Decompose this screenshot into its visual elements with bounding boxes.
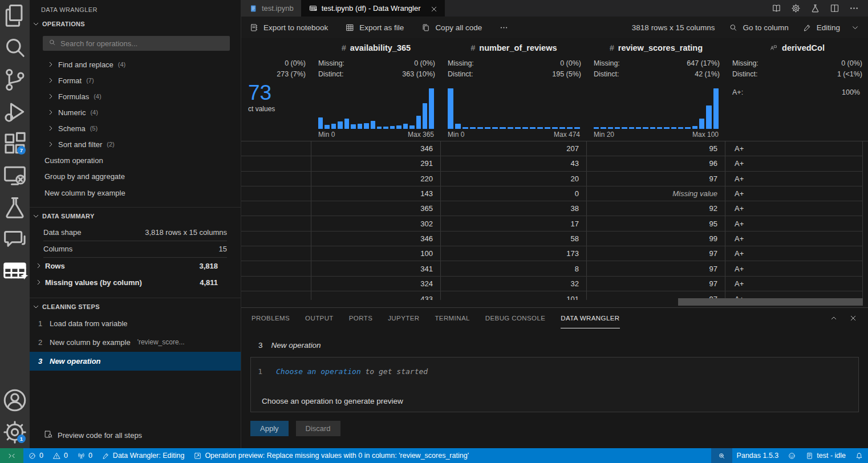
- operations-search[interactable]: [43, 36, 230, 51]
- status-error-circle[interactable]: 0: [23, 448, 48, 463]
- grid-cell[interactable]: 20: [441, 172, 587, 186]
- data-summary-section-header[interactable]: DATA SUMMARY: [30, 208, 241, 224]
- grid-cell[interactable]: 58: [441, 232, 587, 246]
- activity-data-wrangler[interactable]: [0, 255, 30, 287]
- grid-cell[interactable]: 97: [587, 246, 725, 261]
- grid-cell[interactable]: [241, 261, 311, 275]
- operation-group[interactable]: Numeric(4): [30, 104, 241, 120]
- grid-cell[interactable]: [241, 201, 311, 216]
- preview-code-all-steps[interactable]: Preview code for all steps: [30, 429, 241, 448]
- activity-extensions[interactable]: 7: [0, 128, 30, 160]
- grid-cell[interactable]: [241, 172, 311, 186]
- grid-cell[interactable]: 92: [587, 201, 725, 216]
- beaker-icon[interactable]: [810, 3, 821, 14]
- status-op-preview[interactable]: Operation preview: Replace missing value…: [189, 448, 473, 463]
- go-to-column-button[interactable]: Go to column: [728, 23, 788, 33]
- operation-group[interactable]: Schema(5): [30, 120, 241, 136]
- grid-cell[interactable]: A+: [725, 261, 863, 275]
- grid-cell[interactable]: [241, 216, 311, 230]
- panel-tab-output[interactable]: OUTPUT: [305, 308, 334, 328]
- grid-cell[interactable]: A+: [725, 216, 863, 230]
- status-pencil[interactable]: Data Wrangler: Editing: [97, 448, 189, 463]
- apply-button[interactable]: Apply: [250, 421, 289, 436]
- grid-cell[interactable]: A+: [725, 246, 863, 261]
- grid-cell[interactable]: 99: [587, 232, 725, 246]
- grid-cell[interactable]: [241, 141, 311, 156]
- mode-chevron[interactable]: [850, 23, 860, 33]
- toolbar-export-as-file[interactable]: Export as file: [345, 23, 404, 33]
- grid-cell[interactable]: 365: [311, 201, 441, 216]
- split-editor-icon[interactable]: [829, 3, 840, 14]
- grid-cell[interactable]: 173: [441, 246, 587, 261]
- activity-run-debug[interactable]: [0, 96, 30, 128]
- grid-cell[interactable]: [241, 156, 311, 170]
- grid-cell[interactable]: Missing value: [587, 186, 725, 201]
- chevron-up-icon[interactable]: [829, 314, 838, 323]
- grid-cell[interactable]: 101: [441, 291, 587, 300]
- search-input[interactable]: [60, 39, 225, 48]
- operation-item[interactable]: New column by example: [30, 185, 241, 201]
- activity-chat[interactable]: [0, 224, 30, 255]
- grid-cell[interactable]: 96: [587, 156, 725, 170]
- grid-cell[interactable]: A+: [725, 232, 863, 246]
- status-pandas-1-5-3[interactable]: Pandas 1.5.3: [732, 448, 784, 463]
- cleaning-steps-section-header[interactable]: CLEANING STEPS: [30, 298, 241, 314]
- grid-cell[interactable]: 8: [441, 261, 587, 275]
- grid-cell[interactable]: 95: [587, 216, 725, 230]
- cleaning-step-1[interactable]: 1Load data from variable: [30, 314, 241, 333]
- panel-tab-ports[interactable]: PORTS: [349, 308, 372, 328]
- grid-cell[interactable]: [241, 232, 311, 246]
- panel-tab-data-wrangler[interactable]: DATA WRANGLER: [561, 308, 619, 328]
- grid-cell[interactable]: [241, 277, 311, 291]
- grid-cell[interactable]: A+: [725, 141, 863, 156]
- panel-tab-jupyter[interactable]: JUPYTER: [388, 308, 419, 328]
- panel-tab-problems[interactable]: PROBLEMS: [252, 308, 290, 328]
- editor-tab[interactable]: test.ipynb: [241, 0, 301, 17]
- grid-cell[interactable]: 43: [441, 156, 587, 170]
- gear-icon[interactable]: [790, 3, 801, 14]
- grid-cell[interactable]: 324: [311, 277, 441, 291]
- grid-cell[interactable]: A+: [725, 277, 863, 291]
- column-header-number_of_reviews[interactable]: #number_of_reviews: [441, 38, 587, 58]
- status-smiley[interactable]: [783, 448, 801, 463]
- operation-item[interactable]: Custom operation: [30, 152, 241, 169]
- summary-row[interactable]: Rows3,818: [34, 258, 227, 274]
- panel-tab-terminal[interactable]: TERMINAL: [435, 308, 469, 328]
- toolbar-export-to-notebook[interactable]: Export to notebook: [249, 23, 328, 33]
- column-header-review_scores_rating[interactable]: #review_scores_rating: [587, 38, 725, 58]
- summary-row[interactable]: Missing values (by column)4,811: [34, 274, 227, 291]
- close-icon[interactable]: [849, 314, 858, 323]
- grid-cell[interactable]: 302: [311, 216, 441, 230]
- grid-cell[interactable]: 346: [311, 141, 441, 156]
- grid-cell[interactable]: A+: [725, 186, 863, 201]
- activity-files[interactable]: [0, 0, 30, 32]
- grid-cell[interactable]: [241, 186, 311, 201]
- grid-cell[interactable]: 207: [441, 141, 587, 156]
- grid-cell[interactable]: 341: [311, 261, 441, 275]
- activity-remote-explorer[interactable]: [0, 160, 30, 192]
- grid-cell[interactable]: 0: [441, 186, 587, 201]
- grid-cell[interactable]: 17: [441, 216, 587, 230]
- status-jupyter-server[interactable]: test - idle: [801, 448, 850, 463]
- editing-mode-button[interactable]: Editing: [802, 23, 840, 33]
- grid-cell[interactable]: 38: [441, 201, 587, 216]
- horizontal-scrollbar[interactable]: [678, 298, 863, 306]
- grid-cell[interactable]: A+: [725, 201, 863, 216]
- grid-cell[interactable]: 291: [311, 156, 441, 170]
- grid-cell[interactable]: 143: [311, 186, 441, 201]
- grid-cell[interactable]: A+: [725, 156, 863, 170]
- grid-cell[interactable]: 97: [587, 261, 725, 275]
- cleaning-step-2[interactable]: 2New column by example'review_score...: [30, 333, 241, 352]
- grid-cell[interactable]: 32: [441, 277, 587, 291]
- operations-section-header[interactable]: OPERATIONS: [30, 15, 241, 31]
- close-icon[interactable]: [429, 5, 437, 13]
- activity-account[interactable]: [0, 384, 30, 416]
- operation-group[interactable]: Find and replace(4): [30, 56, 241, 72]
- editor-tab[interactable]: test.ipynb (df) - Data Wrangler: [301, 0, 445, 17]
- grid-cell[interactable]: [241, 291, 311, 300]
- activity-search[interactable]: [0, 32, 30, 64]
- operation-group[interactable]: Sort and filter(2): [30, 136, 241, 152]
- operation-group[interactable]: Formulas(4): [30, 88, 241, 104]
- discard-button[interactable]: Discard: [296, 421, 340, 436]
- column-header-availability_365[interactable]: #availability_365: [311, 38, 441, 58]
